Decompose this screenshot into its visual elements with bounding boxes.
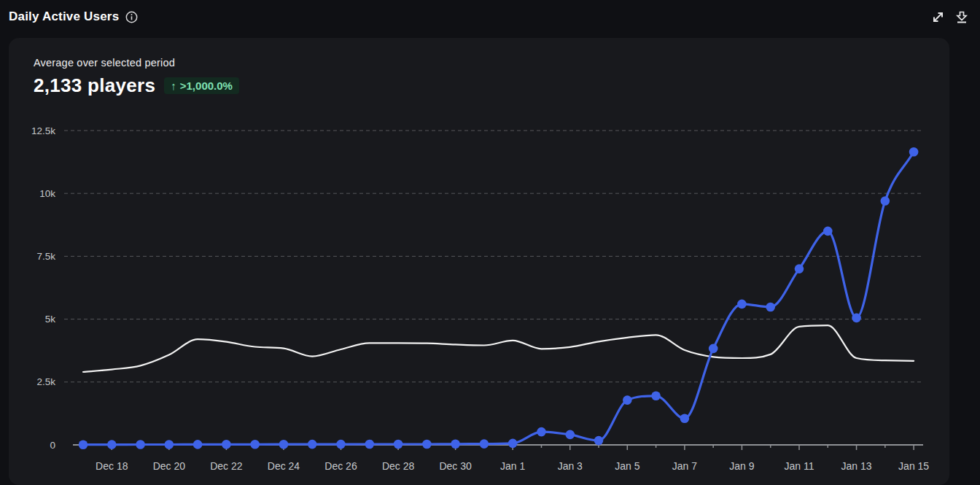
x-tick-label: Dec 18 bbox=[96, 460, 128, 472]
x-tick-label: Dec 24 bbox=[268, 460, 300, 472]
data-point-dot[interactable] bbox=[365, 440, 375, 449]
blue-line-path bbox=[83, 152, 914, 444]
data-point-dot[interactable] bbox=[651, 392, 661, 401]
data-point-dot[interactable] bbox=[165, 440, 174, 449]
white-line-path bbox=[83, 325, 914, 372]
y-tick-label: 0 bbox=[50, 440, 55, 451]
data-point-dot[interactable] bbox=[308, 440, 317, 449]
x-tick-label: Jan 9 bbox=[729, 460, 754, 472]
data-point-dot[interactable] bbox=[508, 439, 518, 449]
data-point-dot[interactable] bbox=[422, 440, 432, 449]
data-point-dot[interactable] bbox=[881, 196, 890, 206]
x-tick-label: Dec 28 bbox=[382, 460, 415, 472]
data-point-dot[interactable] bbox=[480, 439, 489, 449]
data-point-dot[interactable] bbox=[107, 440, 117, 449]
y-tick-label: 7.5k bbox=[36, 251, 55, 262]
data-point-dot[interactable] bbox=[193, 440, 203, 449]
data-point-dot[interactable] bbox=[709, 344, 718, 354]
x-tick-label: Jan 1 bbox=[500, 460, 525, 472]
data-point-dot[interactable] bbox=[566, 430, 575, 440]
y-tick-label: 2.5k bbox=[36, 376, 55, 387]
data-point-dot[interactable] bbox=[909, 147, 919, 157]
data-point-dot[interactable] bbox=[537, 427, 546, 437]
x-tick-label: Dec 26 bbox=[324, 460, 357, 472]
data-point-dot[interactable] bbox=[852, 314, 861, 323]
x-tick-label: Dec 30 bbox=[439, 460, 472, 472]
x-tick-label: Jan 3 bbox=[558, 460, 583, 472]
data-point-dot[interactable] bbox=[680, 414, 690, 424]
data-point-dot[interactable] bbox=[823, 227, 833, 236]
dau-line-chart[interactable]: 02.5k5k7.5k10k12.5kDec 18Dec 20Dec 22Dec… bbox=[0, 0, 980, 485]
x-tick-label: Dec 20 bbox=[153, 460, 186, 472]
y-tick-label: 5k bbox=[45, 314, 56, 325]
data-point-dot[interactable] bbox=[451, 440, 460, 449]
x-tick-label: Jan 13 bbox=[841, 460, 872, 472]
data-point-dot[interactable] bbox=[279, 440, 289, 449]
x-tick-label: Jan 5 bbox=[615, 460, 639, 472]
data-point-dot[interactable] bbox=[594, 436, 604, 446]
x-tick-label: Jan 15 bbox=[898, 460, 929, 472]
data-point-dot[interactable] bbox=[79, 440, 88, 449]
data-point-dot[interactable] bbox=[795, 264, 804, 273]
y-tick-label: 12.5k bbox=[31, 125, 55, 136]
data-point-dot[interactable] bbox=[623, 395, 632, 405]
data-point-dot[interactable] bbox=[394, 440, 403, 449]
data-point-dot[interactable] bbox=[250, 440, 260, 449]
data-point-dot[interactable] bbox=[737, 300, 747, 309]
data-point-dot[interactable] bbox=[766, 303, 775, 312]
x-tick-label: Jan 7 bbox=[672, 460, 697, 472]
y-tick-label: 10k bbox=[39, 188, 55, 199]
x-tick-label: Jan 11 bbox=[785, 460, 814, 472]
data-point-dot[interactable] bbox=[222, 440, 231, 449]
data-point-dot[interactable] bbox=[136, 440, 145, 449]
x-tick-label: Dec 22 bbox=[210, 460, 243, 472]
data-point-dot[interactable] bbox=[336, 440, 346, 449]
